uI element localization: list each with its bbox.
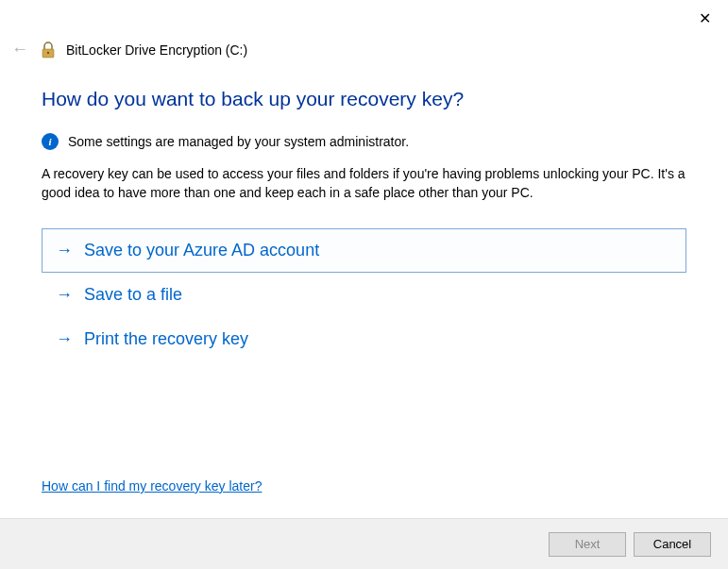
description-text: A recovery key can be used to access you… bbox=[42, 165, 686, 202]
help-link[interactable]: How can I find my recovery key later? bbox=[42, 478, 262, 494]
bitlocker-icon bbox=[40, 42, 57, 59]
content-area: How do you want to back up your recovery… bbox=[0, 61, 728, 361]
options-list: → Save to your Azure AD account → Save t… bbox=[42, 228, 686, 361]
cancel-button[interactable]: Cancel bbox=[634, 532, 711, 557]
main-heading: How do you want to back up your recovery… bbox=[42, 88, 686, 110]
close-button[interactable]: ✕ bbox=[699, 9, 711, 27]
option-print-key[interactable]: → Print the recovery key bbox=[42, 317, 686, 361]
arrow-right-icon: → bbox=[56, 329, 73, 349]
header: ← BitLocker Drive Encryption (C:) bbox=[0, 0, 728, 61]
admin-info-text: Some settings are managed by your system… bbox=[68, 134, 409, 149]
info-icon: i bbox=[42, 133, 59, 150]
footer: Next Cancel bbox=[0, 518, 728, 569]
admin-info-row: i Some settings are managed by your syst… bbox=[42, 133, 686, 150]
option-save-file[interactable]: → Save to a file bbox=[42, 273, 686, 317]
option-label: Save to a file bbox=[84, 285, 182, 305]
back-arrow-icon[interactable]: ← bbox=[9, 38, 30, 61]
option-label: Print the recovery key bbox=[84, 329, 248, 349]
arrow-right-icon: → bbox=[56, 241, 73, 260]
option-save-azure[interactable]: → Save to your Azure AD account bbox=[42, 228, 686, 273]
next-button[interactable]: Next bbox=[549, 532, 626, 557]
svg-point-1 bbox=[47, 51, 49, 53]
option-label: Save to your Azure AD account bbox=[84, 241, 319, 260]
window-title: BitLocker Drive Encryption (C:) bbox=[66, 42, 247, 58]
arrow-right-icon: → bbox=[56, 285, 73, 305]
